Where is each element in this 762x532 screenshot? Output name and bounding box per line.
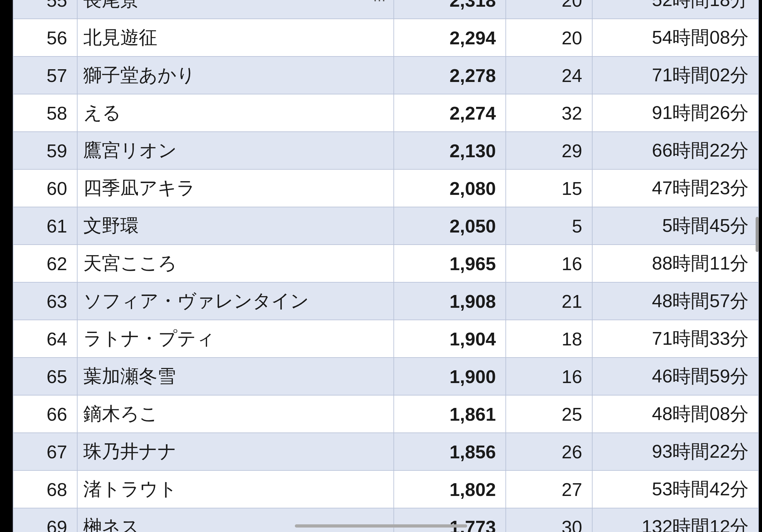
rank-cell: 56	[13, 19, 77, 56]
rank-cell: 68	[13, 470, 77, 508]
table-row[interactable]: 55長尾景⋯2,3182052時間18分	[13, 0, 758, 19]
name-cell: 榊ネス	[77, 508, 394, 532]
name-cell: える	[77, 94, 394, 132]
value-secondary-cell: 26	[506, 433, 592, 470]
table-row[interactable]: 56北見遊征2,2942054時間08分	[13, 19, 758, 56]
table-row[interactable]: 68渚トラウト1,8022753時間42分	[13, 470, 758, 508]
name-text: ラトナ・プティ	[83, 328, 215, 349]
table-row[interactable]: 65葉加瀬冬雪1,9001646時間59分	[13, 358, 758, 395]
table-row[interactable]: 58える2,2743291時間26分	[13, 94, 758, 132]
table-row[interactable]: 59鷹宮リオン2,1302966時間22分	[13, 132, 758, 169]
duration-cell: 71時間33分	[592, 320, 758, 358]
duration-cell: 46時間59分	[592, 358, 758, 395]
name-cell: 文野環	[77, 207, 394, 245]
name-cell: 葉加瀬冬雪	[77, 358, 394, 395]
name-cell: 渚トラウト	[77, 470, 394, 508]
duration-cell: 52時間18分	[592, 0, 758, 19]
rank-cell: 64	[13, 320, 77, 358]
rank-cell: 59	[13, 132, 77, 169]
value-secondary-cell: 20	[506, 19, 592, 56]
rank-cell: 61	[13, 207, 77, 245]
name-cell: 鷹宮リオン	[77, 132, 394, 169]
name-text: 鏑木ろこ	[83, 403, 158, 424]
rank-cell: 57	[13, 56, 77, 94]
scrollbar-thumb[interactable]	[756, 217, 759, 252]
value-primary-cell: 1,861	[394, 395, 506, 433]
duration-cell: 48時間57分	[592, 282, 758, 320]
name-text: える	[83, 102, 121, 123]
value-secondary-cell: 16	[506, 245, 592, 282]
value-primary-cell: 2,278	[394, 56, 506, 94]
value-secondary-cell: 29	[506, 132, 592, 169]
rank-cell: 55	[13, 0, 77, 19]
value-secondary-cell: 30	[506, 508, 592, 532]
value-primary-cell: 1,802	[394, 470, 506, 508]
value-primary-cell: 1,900	[394, 358, 506, 395]
rank-cell: 60	[13, 169, 77, 207]
name-cell: 鏑木ろこ	[77, 395, 394, 433]
value-primary-cell: 1,856	[394, 433, 506, 470]
value-primary-cell: 2,294	[394, 19, 506, 56]
value-primary-cell: 2,050	[394, 207, 506, 245]
value-secondary-cell: 32	[506, 94, 592, 132]
name-text: 文野環	[83, 215, 139, 236]
duration-cell: 93時間22分	[592, 433, 758, 470]
name-text: 渚トラウト	[83, 478, 177, 499]
name-text: ソフィア・ヴァレンタイン	[83, 290, 309, 311]
name-text: 獅子堂あかり	[83, 64, 195, 85]
value-secondary-cell: 5	[506, 207, 592, 245]
name-cell: 獅子堂あかり	[77, 56, 394, 94]
table-viewport[interactable]: 55長尾景⋯2,3182052時間18分56北見遊征2,2942054時間08分…	[13, 0, 759, 532]
ranking-table: 55長尾景⋯2,3182052時間18分56北見遊征2,2942054時間08分…	[13, 0, 759, 532]
rank-cell: 69	[13, 508, 77, 532]
value-secondary-cell: 24	[506, 56, 592, 94]
duration-cell: 132時間12分	[592, 508, 758, 532]
duration-cell: 66時間22分	[592, 132, 758, 169]
name-text: 長尾景	[83, 0, 139, 10]
name-cell: 天宮こころ	[77, 245, 394, 282]
name-text: 葉加瀬冬雪	[83, 366, 176, 386]
name-text: 榊ネス	[83, 516, 139, 532]
table-row[interactable]: 60四季凪アキラ2,0801547時間23分	[13, 169, 758, 207]
table-row[interactable]: 66鏑木ろこ1,8612548時間08分	[13, 395, 758, 433]
duration-cell: 53時間42分	[592, 470, 758, 508]
value-secondary-cell: 25	[506, 395, 592, 433]
rank-cell: 65	[13, 358, 77, 395]
table-row[interactable]: 64ラトナ・プティ1,9041871時間33分	[13, 320, 758, 358]
rank-cell: 66	[13, 395, 77, 433]
table-row[interactable]: 69榊ネス1,77330132時間12分	[13, 508, 758, 532]
ellipsis-icon[interactable]: ⋯	[373, 0, 387, 7]
table-row[interactable]: 67珠乃井ナナ1,8562693時間22分	[13, 433, 758, 470]
duration-cell: 71時間02分	[592, 56, 758, 94]
value-primary-cell: 1,773	[394, 508, 506, 532]
name-cell: 珠乃井ナナ	[77, 433, 394, 470]
rank-cell: 63	[13, 282, 77, 320]
table-row[interactable]: 63ソフィア・ヴァレンタイン1,9082148時間57分	[13, 282, 758, 320]
name-cell: 北見遊征	[77, 19, 394, 56]
name-text: 四季凪アキラ	[83, 177, 195, 198]
value-primary-cell: 1,904	[394, 320, 506, 358]
name-text: 天宮こころ	[83, 253, 177, 273]
duration-cell: 5時間45分	[592, 207, 758, 245]
name-cell: ソフィア・ヴァレンタイン	[77, 282, 394, 320]
value-primary-cell: 2,080	[394, 169, 506, 207]
value-secondary-cell: 20	[506, 0, 592, 19]
value-primary-cell: 2,130	[394, 132, 506, 169]
value-secondary-cell: 16	[506, 358, 592, 395]
table-row[interactable]: 61文野環2,05055時間45分	[13, 207, 758, 245]
duration-cell: 54時間08分	[592, 19, 758, 56]
name-text: 北見遊征	[83, 27, 157, 47]
value-primary-cell: 2,274	[394, 94, 506, 132]
name-text: 鷹宮リオン	[83, 140, 177, 161]
table-row[interactable]: 57獅子堂あかり2,2782471時間02分	[13, 56, 758, 94]
name-cell: 四季凪アキラ	[77, 169, 394, 207]
rank-cell: 62	[13, 245, 77, 282]
name-cell: 長尾景⋯	[77, 0, 394, 19]
table-row[interactable]: 62天宮こころ1,9651688時間11分	[13, 245, 758, 282]
value-secondary-cell: 18	[506, 320, 592, 358]
value-secondary-cell: 27	[506, 470, 592, 508]
home-indicator[interactable]	[295, 524, 467, 528]
value-primary-cell: 1,965	[394, 245, 506, 282]
duration-cell: 91時間26分	[592, 94, 758, 132]
value-primary-cell: 1,908	[394, 282, 506, 320]
